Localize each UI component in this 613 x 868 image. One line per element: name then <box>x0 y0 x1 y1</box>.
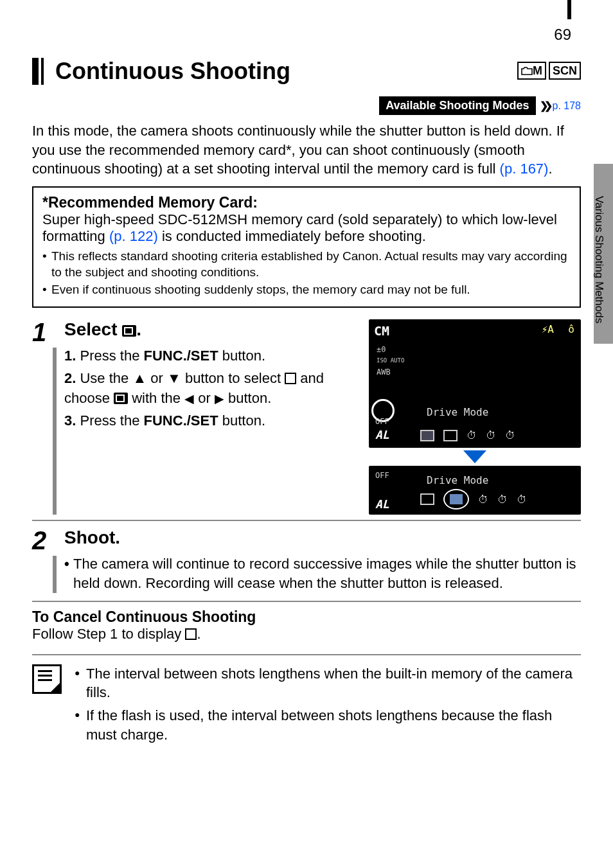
continuous-icon <box>114 393 128 404</box>
step-1-number: 1 <box>32 319 57 345</box>
screen-drive-mode-label: Drive Mode <box>427 406 488 418</box>
sub-3b: button. <box>218 412 265 429</box>
sub-1b: button. <box>218 348 265 364</box>
box-title: *Recommended Memory Card: <box>42 194 571 211</box>
screen-ev: ±0 <box>377 345 404 354</box>
box-body: Super high-speed SDC-512MSH memory card … <box>42 211 571 245</box>
step-2-number: 2 <box>32 527 57 553</box>
drive-single-icon <box>420 493 434 505</box>
camera-screen-illustration: CM ⚡A ô ±0 ISO AUTO AWB OFF AL Drive Mod… <box>369 319 581 515</box>
step-2-heading: Shoot. <box>64 527 581 548</box>
step-1-heading: Select . <box>64 319 360 340</box>
sub-3-bold: FUNC./SET <box>144 412 218 429</box>
drive-timer-custom-icon: ⏱ <box>517 493 527 506</box>
screen2-off: OFF <box>375 471 389 480</box>
title-bar-thin <box>41 58 44 85</box>
step-num-wrap: 1 <box>32 319 57 515</box>
screen-left-column: ±0 ISO AUTO AWB <box>377 345 404 376</box>
sub-num-2: 2. <box>64 370 76 386</box>
drive-timer-10-icon: ⏱ <box>466 429 477 441</box>
cancel-section: To Cancel Continuous Shooting Follow Ste… <box>32 601 581 642</box>
screen-mode-cm: CM <box>374 323 389 339</box>
sub-2f: or <box>194 390 215 406</box>
intro-paragraph: In this mode, the camera shoots continuo… <box>32 121 581 179</box>
sub-1-bold: FUNC./SET <box>144 348 218 364</box>
drive-timer-custom-icon: ⏱ <box>505 429 515 441</box>
camera-screen-top: CM ⚡A ô ±0 ISO AUTO AWB OFF AL Drive Mod… <box>369 319 581 448</box>
step-1: 1 Select . 1. Press the FUNC./SET button… <box>32 319 581 515</box>
step-2-bullet: The camera will continue to record succe… <box>64 554 581 592</box>
intro-text-a: In this mode, the camera shoots continuo… <box>32 123 564 177</box>
drive-timer-2-icon: ⏱ <box>497 493 508 506</box>
available-modes-row: Available Shooting Modes ❯❯ p. 178 <box>32 96 581 115</box>
screen-flash-icon: ⚡A <box>542 323 554 335</box>
screen2-al: AL <box>375 497 389 511</box>
sub-2c: button to select <box>181 370 285 386</box>
screen-lock-icon: ô <box>568 323 574 335</box>
mode-icons: M SCN <box>517 62 581 80</box>
box-bullet-1: This reflects standard shooting criteria… <box>42 249 571 280</box>
intro-link[interactable]: (p. 167) <box>500 161 549 177</box>
camera-screen-bottom: OFF AL Drive Mode ⏱ ⏱ ⏱ <box>369 466 581 515</box>
drive-continuous-icon <box>443 430 458 441</box>
intro-text-b: . <box>548 161 552 177</box>
note-icon <box>32 664 62 694</box>
screen-awb: AWB <box>377 368 404 376</box>
drive-single-icon <box>420 430 434 441</box>
box-bullet-2: Even if continuous shooting suddenly sto… <box>42 282 571 298</box>
step-2: 2 Shoot. The camera will continue to rec… <box>32 520 581 592</box>
down-arrow-icon <box>167 370 181 386</box>
top-edge-marker <box>567 0 571 19</box>
left-arrow-icon <box>184 390 194 406</box>
down-triangle-icon <box>463 450 486 463</box>
box-body-b: is conducted immediately before shooting… <box>158 228 426 244</box>
step-1-sub-1: 1. Press the FUNC./SET button. <box>64 346 360 366</box>
screen2-drive-mode-label: Drive Mode <box>427 474 488 486</box>
note-2: If the flash is used, the interval betwe… <box>75 706 581 744</box>
title-bar-thick <box>32 58 39 85</box>
cancel-text: Follow Step 1 to display . <box>32 626 581 642</box>
step-1-heading-post: . <box>136 319 141 339</box>
drive-timer-2-icon: ⏱ <box>486 429 496 441</box>
single-shot-icon <box>285 373 296 384</box>
screen-off: OFF <box>375 417 389 426</box>
step-1-sub-3: 3. Press the FUNC./SET button. <box>64 411 360 431</box>
cancel-title: To Cancel Continuous Shooting <box>32 608 581 626</box>
sub-1a: Press the <box>80 348 143 364</box>
screen-al: AL <box>375 428 389 441</box>
recommended-card-box: *Recommended Memory Card: Super high-spe… <box>32 186 581 308</box>
drive-continuous-selected-icon <box>443 489 469 509</box>
page-number: 69 <box>554 26 571 44</box>
cancel-text-a: Follow Step 1 to display <box>32 626 185 642</box>
note-1: The interval between shots lengthens whe… <box>75 664 581 702</box>
page-title: Continuous Shooting <box>55 58 517 85</box>
right-arrow-icon <box>215 390 224 406</box>
screen-drive-mode-row: ⏱ ⏱ ⏱ <box>420 429 515 441</box>
sub-num-1: 1. <box>64 348 76 364</box>
drive-timer-10-icon: ⏱ <box>478 493 488 506</box>
single-shot-icon <box>185 628 197 640</box>
sub-2e: with the <box>128 390 184 406</box>
sub-2a: Use the <box>80 370 132 386</box>
sub-3a: Press the <box>80 412 143 429</box>
chevrons-icon: ❯❯ <box>540 100 549 112</box>
screen2-drive-mode-row: ⏱ ⏱ ⏱ <box>420 489 527 509</box>
box-link[interactable]: (p. 122) <box>109 228 158 244</box>
mode-icon-scn: SCN <box>549 62 581 80</box>
sub-2g: button. <box>224 390 271 406</box>
sub-2b: or <box>147 370 167 386</box>
screen-iso: ISO AUTO <box>377 358 404 364</box>
available-modes-link[interactable]: p. 178 <box>553 100 581 112</box>
title-row: Continuous Shooting M SCN <box>32 58 581 85</box>
side-section-label: Various Shooting Methods <box>592 196 605 323</box>
available-modes-label: Available Shooting Modes <box>379 96 535 115</box>
step-1-heading-pre: Select <box>64 319 122 339</box>
mode-icon-camera-m: M <box>517 62 546 80</box>
cancel-text-b: . <box>197 626 200 642</box>
continuous-icon <box>122 325 136 337</box>
step-num-wrap: 2 <box>32 527 57 592</box>
up-arrow-icon <box>132 370 147 386</box>
note-block: The interval between shots lengthens whe… <box>32 654 581 748</box>
step-1-sub-2: 2. Use the or button to select and choos… <box>64 369 360 409</box>
sub-num-3: 3. <box>64 412 76 429</box>
